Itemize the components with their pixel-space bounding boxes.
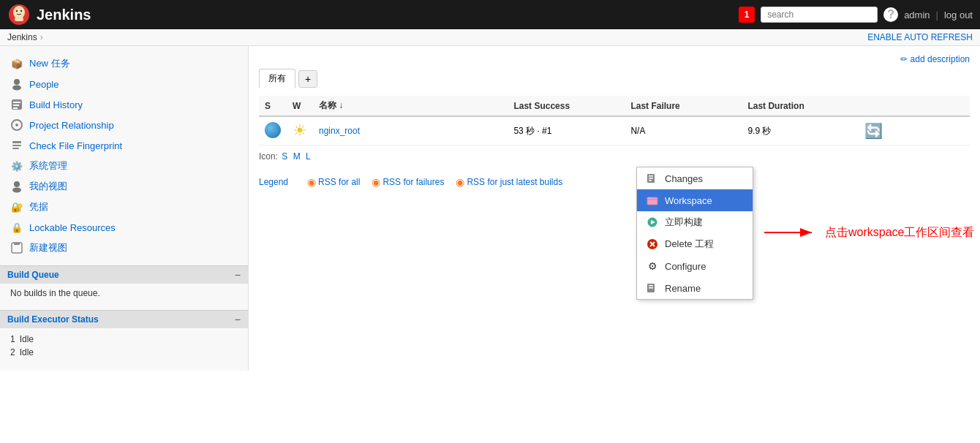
build-queue-title: Build Queue — [7, 270, 59, 280]
sidebar-item-new-view[interactable]: 新建视图 — [0, 238, 248, 258]
fingerprint-icon — [10, 139, 23, 152]
col-header-name: 名称 ↓ — [313, 96, 508, 116]
table-row: ☀ nginx_root 53 秒 · #1 N/A 9.9 秒 🔄 — [259, 116, 970, 145]
svg-point-6 — [14, 79, 20, 85]
build-executor-title[interactable]: Build Executor Status — [7, 314, 99, 325]
sidebar-label-project-relationship[interactable]: Project Relationship — [29, 120, 114, 131]
header-left: Jenkins — [7, 3, 91, 26]
svg-rect-3 — [15, 18, 23, 21]
ctx-label-changes: Changes — [665, 173, 703, 184]
sidebar-item-system-manage[interactable]: ⚙️ 系统管理 — [0, 156, 248, 176]
executor-row-1: 1 Idle — [10, 333, 238, 346]
sidebar-label-credentials[interactable]: 凭据 — [29, 200, 48, 213]
search-input[interactable] — [761, 7, 878, 23]
configure-icon: ⚙ — [646, 260, 659, 273]
arrow-annotation: 点击workspace工作区间查看 — [761, 222, 974, 243]
sidebar-item-my-views[interactable]: 我的视图 — [0, 176, 248, 197]
arrow-svg — [761, 222, 819, 243]
header-separator: | — [936, 10, 938, 20]
sidebar-item-people[interactable]: People — [0, 74, 248, 94]
breadcrumb-bar: Jenkins › ENABLE AUTO REFRESH — [0, 29, 980, 46]
legend-link[interactable]: Legend — [259, 177, 288, 187]
sidebar-item-lockable-resources[interactable]: 🔒 Lockable Resources — [0, 217, 248, 238]
svg-point-4 — [16, 10, 18, 12]
svg-rect-22 — [649, 175, 653, 177]
sidebar-item-project-relationship[interactable]: Project Relationship — [0, 115, 248, 135]
sidebar-label-system-manage[interactable]: 系统管理 — [29, 159, 67, 173]
sidebar-item-credentials[interactable]: 🔐 凭据 — [0, 197, 248, 217]
tabs-bar: 所有 + — [259, 69, 970, 88]
svg-rect-15 — [12, 145, 21, 146]
svg-rect-24 — [649, 180, 652, 181]
workspace-icon — [646, 194, 659, 207]
lockable-resources-icon: 🔒 — [10, 221, 23, 234]
sidebar-label-people[interactable]: People — [29, 79, 59, 90]
sidebar-label-my-views[interactable]: 我的视图 — [29, 180, 67, 193]
ctx-label-workspace: Workspace — [665, 195, 712, 206]
col-header-action — [859, 96, 970, 116]
sidebar-label-new-task[interactable]: New 任务 — [29, 57, 70, 70]
people-icon — [10, 77, 23, 91]
logout-link[interactable]: log out — [944, 10, 973, 20]
build-executor-minimize[interactable]: − — [235, 314, 241, 325]
refresh-icon[interactable]: 🔄 — [864, 123, 883, 139]
new-view-icon — [10, 241, 23, 254]
add-description-text[interactable]: add description — [911, 54, 970, 64]
ctx-label-build-now: 立即构建 — [665, 216, 703, 229]
icon-size-l[interactable]: L — [306, 151, 311, 162]
svg-rect-20 — [14, 243, 20, 245]
new-task-icon: 📦 — [10, 57, 23, 70]
ctx-label-configure: Configure — [665, 261, 706, 272]
ctx-item-build-now[interactable]: 立即构建 — [637, 211, 753, 233]
col-header-s: S — [259, 96, 287, 116]
header-title: Jenkins — [37, 7, 91, 23]
svg-point-7 — [12, 86, 21, 91]
job-name-link[interactable]: nginx_root — [319, 126, 360, 136]
rss-failures-group: ◉ RSS for failures — [372, 176, 444, 188]
executor-status-1: Idle — [20, 334, 34, 344]
ctx-item-rename[interactable]: Rename — [637, 277, 753, 299]
rename-icon — [646, 281, 659, 295]
ctx-item-changes[interactable]: Changes — [637, 167, 753, 189]
rss-all-link[interactable]: RSS for all — [318, 177, 360, 187]
status-ball-icon — [265, 122, 281, 138]
help-icon[interactable]: ? — [883, 7, 898, 22]
svg-rect-10 — [13, 105, 19, 106]
rss-latest-icon: ◉ — [456, 176, 464, 188]
icon-size-m[interactable]: M — [293, 151, 301, 162]
ctx-label-rename: Rename — [665, 283, 701, 294]
icon-sizes: Icon: S M L — [259, 151, 970, 162]
sidebar-item-new-task[interactable]: 📦 New 任务 — [0, 53, 248, 74]
tab-all[interactable]: 所有 — [259, 69, 295, 88]
rss-failures-link[interactable]: RSS for failures — [382, 177, 444, 187]
notification-badge[interactable]: 1 — [739, 7, 755, 23]
svg-rect-34 — [649, 287, 653, 289]
svg-rect-11 — [13, 107, 18, 109]
add-description-link[interactable]: ✏ add description — [900, 54, 970, 64]
icon-size-s[interactable]: S — [282, 151, 287, 162]
sidebar-label-new-view[interactable]: 新建视图 — [29, 241, 67, 254]
sidebar-label-build-history[interactable]: Build History — [29, 99, 83, 110]
sidebar-item-build-history[interactable]: Build History — [0, 94, 248, 115]
col-header-last-success: Last Success — [508, 96, 625, 116]
rss-latest-link[interactable]: RSS for just latest builds — [467, 177, 562, 187]
executor-num-2: 2 — [10, 347, 15, 357]
build-queue-minimize[interactable]: − — [235, 269, 241, 281]
sidebar-label-fingerprint[interactable]: Check File Fingerprint — [29, 140, 122, 151]
ctx-item-configure[interactable]: ⚙ Configure — [637, 255, 753, 277]
build-history-icon — [10, 98, 23, 111]
svg-rect-9 — [13, 102, 20, 103]
tab-add[interactable]: + — [298, 70, 317, 88]
build-queue-section: Build Queue − No builds in the queue. — [0, 265, 248, 303]
breadcrumb-root[interactable]: Jenkins — [7, 32, 37, 42]
executor-status-2: Idle — [20, 347, 34, 357]
row-name-cell: nginx_root — [313, 116, 508, 145]
sidebar-label-lockable-resources[interactable]: Lockable Resources — [29, 222, 116, 233]
auto-refresh-link[interactable]: ENABLE AUTO REFRESH — [867, 32, 973, 42]
ctx-item-delete[interactable]: Delete 工程 — [637, 233, 753, 255]
ctx-item-workspace[interactable]: Workspace — [637, 189, 753, 211]
annotation-text: 点击workspace工作区间查看 — [825, 225, 974, 241]
content-area: ✏ add description 所有 + S W 名称 ↓ Last Suc… — [249, 46, 980, 371]
build-executor-body: 1 Idle 2 Idle — [0, 328, 248, 363]
sidebar-item-fingerprint[interactable]: Check File Fingerprint — [0, 135, 248, 156]
